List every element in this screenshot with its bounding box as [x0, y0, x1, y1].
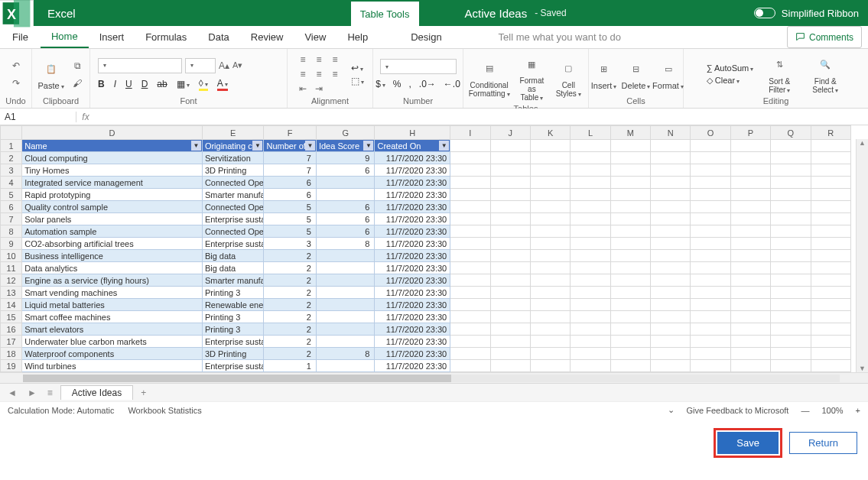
- cell[interactable]: [730, 262, 770, 274]
- col-header[interactable]: I: [450, 126, 490, 140]
- cell-score[interactable]: [316, 336, 375, 348]
- cell[interactable]: [771, 250, 811, 262]
- cell[interactable]: [530, 213, 570, 225]
- formula-input[interactable]: [95, 109, 868, 125]
- cell[interactable]: [571, 225, 610, 238]
- comma-icon[interactable]: ,: [409, 79, 411, 89]
- cell[interactable]: [691, 311, 730, 323]
- cell[interactable]: [811, 311, 850, 323]
- col-header[interactable]: G: [316, 126, 375, 140]
- cell-created[interactable]: 11/7/2020 23:30: [375, 348, 450, 360]
- table-header-votes[interactable]: Number of V▼: [264, 140, 316, 152]
- cell[interactable]: [530, 299, 570, 311]
- cell[interactable]: [811, 336, 850, 348]
- cell[interactable]: [530, 140, 570, 152]
- cell[interactable]: [691, 213, 730, 225]
- alignment-grid[interactable]: ≡≡≡ ≡≡≡ ⇤⇥: [296, 54, 342, 95]
- cell[interactable]: [490, 360, 530, 372]
- cell[interactable]: [450, 152, 490, 164]
- cell-votes[interactable]: 3: [264, 238, 316, 250]
- cell[interactable]: [610, 360, 650, 372]
- cell-score[interactable]: [316, 177, 375, 189]
- cell-name[interactable]: Data analytics: [22, 262, 203, 274]
- cell[interactable]: [691, 360, 730, 372]
- cell[interactable]: [571, 250, 610, 262]
- cell[interactable]: [571, 189, 610, 201]
- cell-created[interactable]: 11/7/2020 23:30: [375, 238, 450, 250]
- row-header[interactable]: 11: [1, 262, 22, 274]
- feedback-link[interactable]: Give Feedback to Microsoft: [687, 406, 789, 415]
- table-row[interactable]: 10Business intelligenceBig data211/7/202…: [1, 250, 851, 262]
- return-button[interactable]: Return: [789, 432, 857, 454]
- cell-orig[interactable]: Big data: [202, 250, 264, 262]
- zoom-level[interactable]: 100%: [821, 406, 843, 415]
- cell[interactable]: [610, 225, 650, 238]
- cell[interactable]: [490, 287, 530, 299]
- cell[interactable]: [530, 336, 570, 348]
- format-painter-icon[interactable]: 🖌: [70, 76, 85, 91]
- row-header[interactable]: 13: [1, 287, 22, 299]
- cell-score[interactable]: [316, 287, 375, 299]
- cell-score[interactable]: [316, 250, 375, 262]
- cell-orig[interactable]: Enterprise susta: [202, 336, 264, 348]
- font-color-button[interactable]: A: [217, 78, 228, 91]
- cell-name[interactable]: Smart coffee machines: [22, 311, 203, 323]
- row-header[interactable]: 3: [1, 164, 22, 177]
- cell[interactable]: [530, 323, 570, 336]
- cell[interactable]: [691, 336, 730, 348]
- currency-icon[interactable]: $: [375, 79, 385, 89]
- cell[interactable]: [771, 164, 811, 177]
- col-header[interactable]: F: [264, 126, 316, 140]
- table-row[interactable]: 18Waterproof components3D Printing2811/7…: [1, 348, 851, 360]
- column-header-row[interactable]: D E F G H I J K L M N O P Q R: [1, 126, 851, 140]
- cell-name[interactable]: Underwater blue carbon markets: [22, 336, 203, 348]
- cell[interactable]: [811, 299, 850, 311]
- cell-orig[interactable]: Enterprise susta: [202, 213, 264, 225]
- cell-votes[interactable]: 2: [264, 336, 316, 348]
- cell[interactable]: [571, 201, 610, 213]
- cell[interactable]: [651, 238, 691, 250]
- cell[interactable]: [450, 299, 490, 311]
- table-row[interactable]: 6Quality control sampleConnected Oper561…: [1, 201, 851, 213]
- table-row[interactable]: 13Smart vending machinesPrinting 3211/7/…: [1, 287, 851, 299]
- cell[interactable]: [771, 311, 811, 323]
- percent-icon[interactable]: %: [393, 79, 401, 89]
- cell-name[interactable]: Smart vending machines: [22, 287, 203, 299]
- cell[interactable]: [771, 238, 811, 250]
- cell-votes[interactable]: 5: [264, 213, 316, 225]
- cell-votes[interactable]: 5: [264, 225, 316, 238]
- cell[interactable]: [490, 140, 530, 152]
- cell[interactable]: [771, 189, 811, 201]
- cell[interactable]: [610, 152, 650, 164]
- col-header[interactable]: J: [490, 126, 530, 140]
- cell-created[interactable]: 11/7/2020 23:30: [375, 299, 450, 311]
- cell-votes[interactable]: 5: [264, 201, 316, 213]
- table-header-created[interactable]: Created On▼: [375, 140, 450, 152]
- cell-score[interactable]: 6: [316, 164, 375, 177]
- cell-orig[interactable]: Printing 3: [202, 311, 264, 323]
- cell-votes[interactable]: 2: [264, 287, 316, 299]
- cell-orig[interactable]: Enterprise susta: [202, 360, 264, 372]
- cell-name[interactable]: Wind turbines: [22, 360, 203, 372]
- cell[interactable]: [691, 262, 730, 274]
- cell-created[interactable]: 11/7/2020 23:30: [375, 177, 450, 189]
- cell[interactable]: [490, 348, 530, 360]
- cell-votes[interactable]: 2: [264, 311, 316, 323]
- cell[interactable]: [571, 323, 610, 336]
- table-row[interactable]: 5Rapid prototypingSmarter manufa611/7/20…: [1, 189, 851, 201]
- cell-orig[interactable]: Printing 3: [202, 287, 264, 299]
- cell[interactable]: [530, 152, 570, 164]
- document-title[interactable]: Active Ideas: [465, 7, 528, 20]
- cell[interactable]: [571, 287, 610, 299]
- cell[interactable]: [730, 213, 770, 225]
- cell[interactable]: [691, 299, 730, 311]
- cell[interactable]: [771, 201, 811, 213]
- row-header[interactable]: 18: [1, 348, 22, 360]
- cell[interactable]: [610, 311, 650, 323]
- cell[interactable]: [730, 225, 770, 238]
- cell[interactable]: [811, 360, 850, 372]
- clear-button[interactable]: ◇ Clear: [707, 76, 754, 86]
- cell[interactable]: [811, 262, 850, 274]
- decrease-font-icon[interactable]: A▾: [232, 60, 242, 70]
- cell[interactable]: [530, 201, 570, 213]
